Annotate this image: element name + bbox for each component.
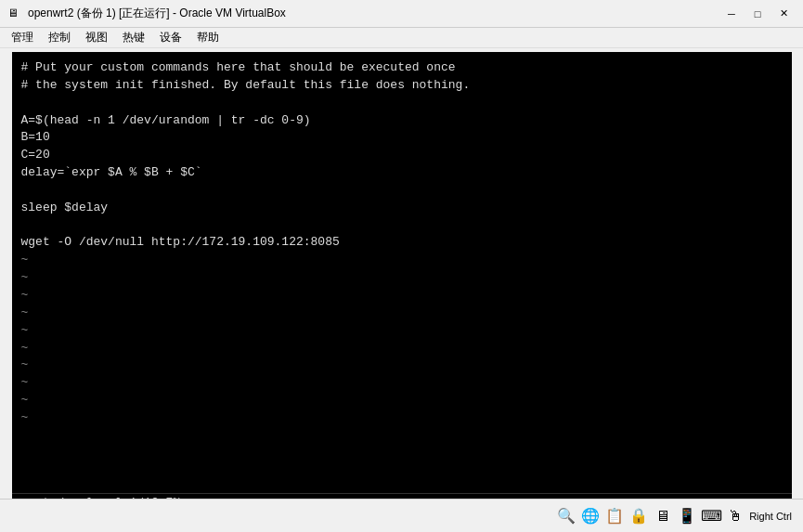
taskbar-icon-lock[interactable]: 🔒 <box>628 506 649 526</box>
terminal-line <box>21 182 783 200</box>
taskbar-icon-screen[interactable]: 🖥 <box>653 506 673 526</box>
terminal-window[interactable]: # Put your custom commands here that sho… <box>12 52 792 493</box>
terminal-tilde-5: ~ <box>21 322 783 340</box>
menu-bar: 管理 控制 视图 热键 设备 帮助 <box>0 28 803 48</box>
taskbar-icon-network[interactable]: 🌐 <box>580 506 601 526</box>
terminal-line: A=$(head -n 1 /dev/urandom | tr -dc 0-9) <box>21 112 783 130</box>
terminal-tilde-9: ~ <box>21 392 783 409</box>
title-bar: 🖥 openwrt2 (备份 1) [正在运行] - Oracle VM Vir… <box>0 0 803 28</box>
menu-hotkey[interactable]: 热键 <box>115 28 152 47</box>
taskbar-icon-keyboard[interactable]: ⌨ <box>701 506 721 526</box>
window-title: openwrt2 (备份 1) [正在运行] - Oracle VM Virtu… <box>28 6 286 21</box>
terminal-line: B=10 <box>21 129 783 147</box>
menu-manage[interactable]: 管理 <box>4 28 41 47</box>
terminal-tilde-3: ~ <box>21 287 783 305</box>
window-controls: ─ □ ✕ <box>719 5 796 23</box>
terminal-tilde-8: ~ <box>21 374 783 392</box>
terminal-line: sleep $delay <box>21 200 783 217</box>
terminal-tilde-2: ~ <box>21 269 783 287</box>
terminal-line: wget -O /dev/null http://172.19.109.122:… <box>21 234 783 252</box>
vm-content-area[interactable]: # Put your custom commands here that sho… <box>0 48 803 532</box>
app-icon: 🖥 <box>7 6 22 21</box>
terminal-tilde-1: ~ <box>21 252 783 269</box>
terminal-line <box>21 217 783 235</box>
taskbar-icon-search[interactable]: 🔍 <box>556 506 576 526</box>
title-bar-left: 🖥 openwrt2 (备份 1) [正在运行] - Oracle VM Vir… <box>7 6 286 21</box>
minimize-button[interactable]: ─ <box>719 5 744 23</box>
right-ctrl-label: Right Ctrl <box>749 511 796 522</box>
maximize-button[interactable]: □ <box>745 5 770 23</box>
terminal-line <box>21 95 783 112</box>
close-button[interactable]: ✕ <box>771 5 796 23</box>
terminal-line: delay=`expr $A % $B + $C` <box>21 164 783 182</box>
menu-device[interactable]: 设备 <box>152 28 189 47</box>
taskbar-icon-usb[interactable]: 📱 <box>677 506 697 526</box>
terminal-tilde-10: ~ <box>21 409 783 427</box>
terminal-tilde-7: ~ <box>21 357 783 374</box>
taskbar: 🔍 🌐 📋 🔒 🖥 📱 ⌨ 🖱 Right Ctrl <box>0 499 803 532</box>
menu-view[interactable]: 视图 <box>78 28 115 47</box>
terminal-line: # the system init finished. By default t… <box>21 77 783 95</box>
taskbar-icon-mouse[interactable]: 🖱 <box>725 506 745 526</box>
terminal-tilde-4: ~ <box>21 305 783 322</box>
taskbar-icon-clipboard[interactable]: 📋 <box>604 506 625 526</box>
menu-control[interactable]: 控制 <box>41 28 78 47</box>
terminal-line: # Put your custom commands here that sho… <box>21 59 783 77</box>
terminal-line: C=20 <box>21 147 783 164</box>
menu-help[interactable]: 帮助 <box>189 28 227 47</box>
terminal-tilde-6: ~ <box>21 340 783 357</box>
